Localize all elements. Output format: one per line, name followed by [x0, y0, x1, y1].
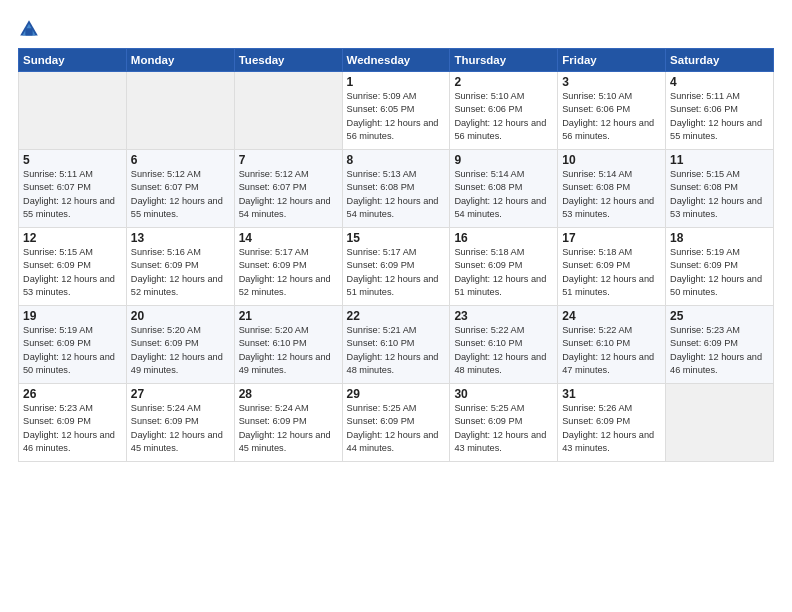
day-info: Sunrise: 5:09 AM Sunset: 6:05 PM Dayligh… [347, 90, 446, 143]
day-info: Sunrise: 5:17 AM Sunset: 6:09 PM Dayligh… [239, 246, 338, 299]
day-number: 11 [670, 153, 769, 167]
day-info: Sunrise: 5:15 AM Sunset: 6:08 PM Dayligh… [670, 168, 769, 221]
day-info: Sunrise: 5:22 AM Sunset: 6:10 PM Dayligh… [454, 324, 553, 377]
day-cell [666, 384, 774, 462]
day-number: 19 [23, 309, 122, 323]
day-cell [19, 72, 127, 150]
weekday-header-row: SundayMondayTuesdayWednesdayThursdayFrid… [19, 49, 774, 72]
day-info: Sunrise: 5:21 AM Sunset: 6:10 PM Dayligh… [347, 324, 446, 377]
day-number: 20 [131, 309, 230, 323]
day-info: Sunrise: 5:23 AM Sunset: 6:09 PM Dayligh… [670, 324, 769, 377]
day-cell: 29Sunrise: 5:25 AM Sunset: 6:09 PM Dayli… [342, 384, 450, 462]
day-info: Sunrise: 5:19 AM Sunset: 6:09 PM Dayligh… [23, 324, 122, 377]
day-info: Sunrise: 5:22 AM Sunset: 6:10 PM Dayligh… [562, 324, 661, 377]
day-number: 2 [454, 75, 553, 89]
day-cell: 17Sunrise: 5:18 AM Sunset: 6:09 PM Dayli… [558, 228, 666, 306]
day-cell: 31Sunrise: 5:26 AM Sunset: 6:09 PM Dayli… [558, 384, 666, 462]
day-info: Sunrise: 5:14 AM Sunset: 6:08 PM Dayligh… [562, 168, 661, 221]
day-cell: 11Sunrise: 5:15 AM Sunset: 6:08 PM Dayli… [666, 150, 774, 228]
svg-rect-2 [25, 28, 32, 35]
logo [18, 18, 44, 40]
day-cell: 12Sunrise: 5:15 AM Sunset: 6:09 PM Dayli… [19, 228, 127, 306]
day-info: Sunrise: 5:14 AM Sunset: 6:08 PM Dayligh… [454, 168, 553, 221]
calendar-table: SundayMondayTuesdayWednesdayThursdayFrid… [18, 48, 774, 462]
day-info: Sunrise: 5:11 AM Sunset: 6:07 PM Dayligh… [23, 168, 122, 221]
day-cell: 1Sunrise: 5:09 AM Sunset: 6:05 PM Daylig… [342, 72, 450, 150]
day-cell: 27Sunrise: 5:24 AM Sunset: 6:09 PM Dayli… [126, 384, 234, 462]
day-info: Sunrise: 5:24 AM Sunset: 6:09 PM Dayligh… [131, 402, 230, 455]
day-cell: 28Sunrise: 5:24 AM Sunset: 6:09 PM Dayli… [234, 384, 342, 462]
day-info: Sunrise: 5:17 AM Sunset: 6:09 PM Dayligh… [347, 246, 446, 299]
day-info: Sunrise: 5:26 AM Sunset: 6:09 PM Dayligh… [562, 402, 661, 455]
day-cell: 15Sunrise: 5:17 AM Sunset: 6:09 PM Dayli… [342, 228, 450, 306]
day-info: Sunrise: 5:25 AM Sunset: 6:09 PM Dayligh… [347, 402, 446, 455]
day-cell: 10Sunrise: 5:14 AM Sunset: 6:08 PM Dayli… [558, 150, 666, 228]
day-cell: 22Sunrise: 5:21 AM Sunset: 6:10 PM Dayli… [342, 306, 450, 384]
day-cell [126, 72, 234, 150]
day-number: 5 [23, 153, 122, 167]
week-row-3: 19Sunrise: 5:19 AM Sunset: 6:09 PM Dayli… [19, 306, 774, 384]
week-row-2: 12Sunrise: 5:15 AM Sunset: 6:09 PM Dayli… [19, 228, 774, 306]
day-cell: 19Sunrise: 5:19 AM Sunset: 6:09 PM Dayli… [19, 306, 127, 384]
day-info: Sunrise: 5:25 AM Sunset: 6:09 PM Dayligh… [454, 402, 553, 455]
day-cell: 16Sunrise: 5:18 AM Sunset: 6:09 PM Dayli… [450, 228, 558, 306]
day-cell: 5Sunrise: 5:11 AM Sunset: 6:07 PM Daylig… [19, 150, 127, 228]
weekday-header-saturday: Saturday [666, 49, 774, 72]
day-info: Sunrise: 5:15 AM Sunset: 6:09 PM Dayligh… [23, 246, 122, 299]
header [18, 18, 774, 40]
day-info: Sunrise: 5:12 AM Sunset: 6:07 PM Dayligh… [131, 168, 230, 221]
day-info: Sunrise: 5:20 AM Sunset: 6:09 PM Dayligh… [131, 324, 230, 377]
day-cell: 20Sunrise: 5:20 AM Sunset: 6:09 PM Dayli… [126, 306, 234, 384]
day-number: 30 [454, 387, 553, 401]
day-cell: 26Sunrise: 5:23 AM Sunset: 6:09 PM Dayli… [19, 384, 127, 462]
day-cell: 30Sunrise: 5:25 AM Sunset: 6:09 PM Dayli… [450, 384, 558, 462]
day-number: 3 [562, 75, 661, 89]
day-info: Sunrise: 5:16 AM Sunset: 6:09 PM Dayligh… [131, 246, 230, 299]
day-info: Sunrise: 5:20 AM Sunset: 6:10 PM Dayligh… [239, 324, 338, 377]
day-number: 12 [23, 231, 122, 245]
day-info: Sunrise: 5:11 AM Sunset: 6:06 PM Dayligh… [670, 90, 769, 143]
day-info: Sunrise: 5:18 AM Sunset: 6:09 PM Dayligh… [562, 246, 661, 299]
day-cell: 3Sunrise: 5:10 AM Sunset: 6:06 PM Daylig… [558, 72, 666, 150]
day-number: 9 [454, 153, 553, 167]
day-number: 13 [131, 231, 230, 245]
day-cell: 4Sunrise: 5:11 AM Sunset: 6:06 PM Daylig… [666, 72, 774, 150]
day-number: 8 [347, 153, 446, 167]
weekday-header-thursday: Thursday [450, 49, 558, 72]
day-info: Sunrise: 5:24 AM Sunset: 6:09 PM Dayligh… [239, 402, 338, 455]
day-cell: 13Sunrise: 5:16 AM Sunset: 6:09 PM Dayli… [126, 228, 234, 306]
weekday-header-wednesday: Wednesday [342, 49, 450, 72]
weekday-header-friday: Friday [558, 49, 666, 72]
day-info: Sunrise: 5:10 AM Sunset: 6:06 PM Dayligh… [454, 90, 553, 143]
week-row-1: 5Sunrise: 5:11 AM Sunset: 6:07 PM Daylig… [19, 150, 774, 228]
page: SundayMondayTuesdayWednesdayThursdayFrid… [0, 0, 792, 612]
day-cell: 14Sunrise: 5:17 AM Sunset: 6:09 PM Dayli… [234, 228, 342, 306]
day-number: 14 [239, 231, 338, 245]
day-cell: 25Sunrise: 5:23 AM Sunset: 6:09 PM Dayli… [666, 306, 774, 384]
weekday-header-sunday: Sunday [19, 49, 127, 72]
week-row-4: 26Sunrise: 5:23 AM Sunset: 6:09 PM Dayli… [19, 384, 774, 462]
weekday-header-monday: Monday [126, 49, 234, 72]
day-number: 16 [454, 231, 553, 245]
week-row-0: 1Sunrise: 5:09 AM Sunset: 6:05 PM Daylig… [19, 72, 774, 150]
day-info: Sunrise: 5:12 AM Sunset: 6:07 PM Dayligh… [239, 168, 338, 221]
day-number: 25 [670, 309, 769, 323]
day-cell: 2Sunrise: 5:10 AM Sunset: 6:06 PM Daylig… [450, 72, 558, 150]
day-number: 1 [347, 75, 446, 89]
weekday-header-tuesday: Tuesday [234, 49, 342, 72]
day-number: 27 [131, 387, 230, 401]
day-number: 4 [670, 75, 769, 89]
day-number: 21 [239, 309, 338, 323]
day-info: Sunrise: 5:19 AM Sunset: 6:09 PM Dayligh… [670, 246, 769, 299]
day-number: 24 [562, 309, 661, 323]
day-cell: 21Sunrise: 5:20 AM Sunset: 6:10 PM Dayli… [234, 306, 342, 384]
day-info: Sunrise: 5:18 AM Sunset: 6:09 PM Dayligh… [454, 246, 553, 299]
logo-icon [18, 18, 40, 40]
day-cell: 7Sunrise: 5:12 AM Sunset: 6:07 PM Daylig… [234, 150, 342, 228]
day-cell: 8Sunrise: 5:13 AM Sunset: 6:08 PM Daylig… [342, 150, 450, 228]
day-cell: 9Sunrise: 5:14 AM Sunset: 6:08 PM Daylig… [450, 150, 558, 228]
day-number: 6 [131, 153, 230, 167]
day-cell: 24Sunrise: 5:22 AM Sunset: 6:10 PM Dayli… [558, 306, 666, 384]
day-number: 22 [347, 309, 446, 323]
day-info: Sunrise: 5:23 AM Sunset: 6:09 PM Dayligh… [23, 402, 122, 455]
